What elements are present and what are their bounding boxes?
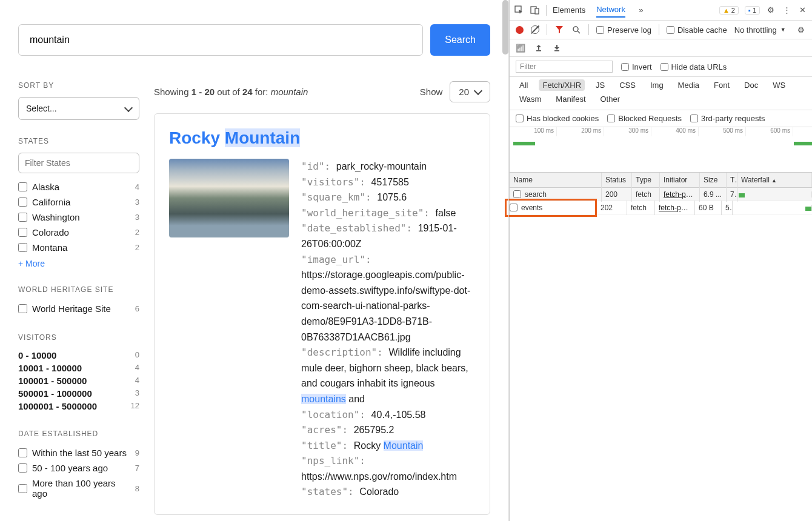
facet-state[interactable]: Montana2 [18,240,139,255]
filter-states-input[interactable] [18,153,139,173]
facet-date-range[interactable]: More than 100 years ago8 [18,476,139,501]
blocked-requests-checkbox[interactable]: Blocked Requests [607,114,682,123]
type-filter-wasm[interactable]: Wasm [516,93,545,105]
facet-state[interactable]: Washington3 [18,210,139,225]
sort-select[interactable]: Select... [18,97,139,120]
facet-visitors-range[interactable]: 500001 - 10000003 [18,387,139,400]
states-more-link[interactable]: + More [18,259,139,268]
facet-state[interactable]: Colorado2 [18,225,139,240]
search-input[interactable] [18,24,423,56]
devtools-panel: Elements Network » ▲2 ▪1 ⚙ ⋮ ✕ Preserve … [509,0,812,521]
svg-line-4 [577,31,580,33]
facet-date-range[interactable]: 50 - 100 years ago7 [18,460,139,476]
type-filter-ws[interactable]: WS [769,79,789,91]
sort-by-title: SORT BY [18,81,139,90]
clear-button[interactable] [531,25,539,34]
facet-visitors-range[interactable]: 100001 - 5000004 [18,374,139,387]
disable-cache-checkbox[interactable]: Disable cache [667,25,727,35]
svg-rect-6 [554,50,559,51]
type-filter-manifest[interactable]: Manifest [552,93,589,105]
wifi-icon[interactable] [516,43,525,53]
facet-visitors-range[interactable]: 10001 - 1000004 [18,362,139,374]
network-settings-icon[interactable]: ⚙ [796,25,806,35]
warnings-badge[interactable]: ▲2 [719,6,739,15]
preserve-log-checkbox[interactable]: Preserve log [596,25,651,35]
search-icon[interactable] [571,25,581,35]
more-tabs-icon[interactable]: » [636,5,646,15]
facet-state[interactable]: Alaska4 [18,179,139,194]
result-card: Rocky Mountain "id": park_rocky-mountain… [154,113,490,515]
show-select[interactable]: 20 [450,81,490,102]
filter-icon[interactable] [554,25,564,35]
results-count: Showing 1 - 20 out of 24 for: mountain [154,87,308,97]
hide-data-urls-checkbox[interactable]: Hide data URLs [661,62,727,71]
result-title[interactable]: Rocky Mountain [169,128,475,148]
states-title: STATES [18,137,139,145]
network-table-header[interactable]: Name Status Type Initiator Size T Waterf… [510,173,812,188]
result-image [169,159,289,237]
type-filter-font[interactable]: Font [710,79,733,91]
type-filter-img[interactable]: Img [647,79,667,91]
type-filter-all[interactable]: All [516,79,531,91]
search-button[interactable]: Search [430,24,490,56]
svg-point-3 [573,27,578,32]
svg-rect-5 [536,50,541,51]
kebab-icon[interactable]: ⋮ [782,5,791,15]
invert-checkbox[interactable]: Invert [621,62,652,71]
type-filter-other[interactable]: Other [597,93,624,105]
result-fields: "id": park_rocky-mountain "visitors": 45… [301,159,475,500]
close-icon[interactable]: ✕ [797,5,807,15]
date-est-title: DATE ESTABLISHED [18,430,139,438]
type-filter-media[interactable]: Media [674,79,703,91]
chevron-down-icon [124,103,133,111]
record-button[interactable] [516,26,524,34]
network-row[interactable]: events202fetchfetch-pa...60 B5... [510,201,812,214]
facet-visitors-range[interactable]: 0 - 100000 [18,349,139,362]
download-icon[interactable] [552,43,562,53]
facet-visitors-range[interactable]: 1000001 - 500000012 [18,400,139,413]
type-filter-doc[interactable]: Doc [740,79,762,91]
scrollbar[interactable] [502,0,508,55]
inspect-icon[interactable] [514,5,524,15]
show-label: Show [420,87,443,97]
facet-whs[interactable]: World Heritage Site6 [18,301,139,316]
sort-placeholder: Select... [26,104,57,113]
type-filter-fetchxhr[interactable]: Fetch/XHR [539,79,585,91]
type-filter-js[interactable]: JS [592,79,608,91]
facet-state[interactable]: California3 [18,194,139,210]
visitors-title: VISITORS [18,333,139,342]
third-party-checkbox[interactable]: 3rd-party requests [690,114,765,123]
device-toggle-icon[interactable] [530,5,540,15]
whs-title: WORLD HERITAGE SITE [18,285,139,294]
facet-date-range[interactable]: Within the last 50 years9 [18,445,139,460]
chevron-down-icon [474,87,482,95]
svg-rect-2 [535,8,539,14]
type-filter-css[interactable]: CSS [616,79,639,91]
upload-icon[interactable] [534,43,544,53]
tab-network[interactable]: Network [596,2,625,18]
blocked-cookies-checkbox[interactable]: Has blocked cookies [516,114,599,123]
gear-icon[interactable]: ⚙ [766,5,776,15]
timeline[interactable]: 100 ms200 ms300 ms400 ms500 ms600 ms [510,127,812,173]
tab-elements[interactable]: Elements [553,3,585,17]
throttling-select[interactable]: No throttling▼ [734,25,786,35]
network-filter-input[interactable] [516,61,613,73]
messages-badge[interactable]: ▪1 [745,6,760,15]
